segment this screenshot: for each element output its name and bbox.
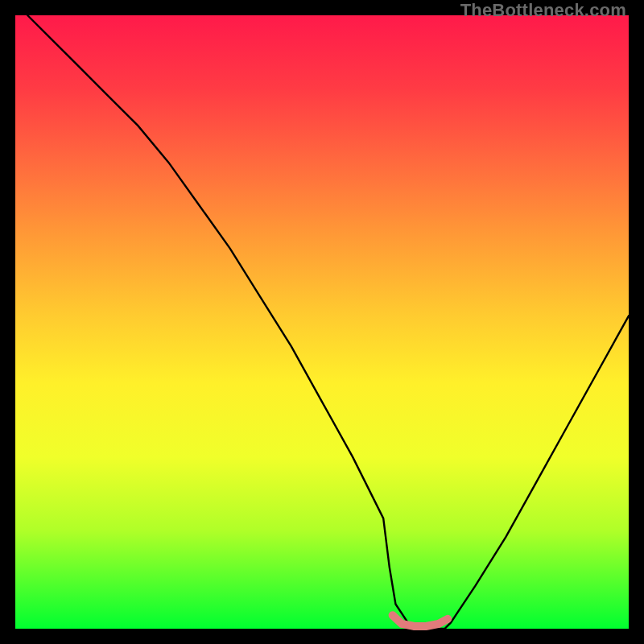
highlight-curve (393, 615, 448, 626)
watermark-text: TheBottleneck.com (460, 0, 626, 21)
main-curve (27, 15, 629, 629)
chart-container: TheBottleneck.com (0, 0, 644, 644)
chart-overlay (15, 15, 629, 629)
